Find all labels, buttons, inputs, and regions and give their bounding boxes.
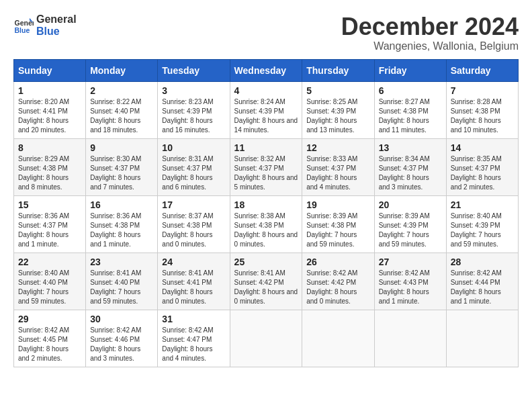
day-info: Sunrise: 8:38 AM Sunset: 4:38 PM Dayligh… <box>234 212 298 249</box>
calendar-cell <box>230 310 302 367</box>
calendar-week-1: 1 Sunrise: 8:20 AM Sunset: 4:41 PM Dayli… <box>14 81 519 138</box>
day-number: 24 <box>162 257 225 267</box>
day-info: Sunrise: 8:24 AM Sunset: 4:39 PM Dayligh… <box>234 97 298 135</box>
day-info: Sunrise: 8:36 AM Sunset: 4:38 PM Dayligh… <box>90 212 153 249</box>
day-number: 23 <box>90 257 153 267</box>
day-info: Sunrise: 8:28 AM Sunset: 4:38 PM Dayligh… <box>451 97 514 135</box>
day-info: Sunrise: 8:42 AM Sunset: 4:47 PM Dayligh… <box>162 326 225 363</box>
day-info: Sunrise: 8:42 AM Sunset: 4:42 PM Dayligh… <box>306 269 369 306</box>
day-number: 15 <box>18 199 81 210</box>
day-info: Sunrise: 8:27 AM Sunset: 4:38 PM Dayligh… <box>379 97 442 135</box>
day-info: Sunrise: 8:37 AM Sunset: 4:38 PM Dayligh… <box>162 212 225 249</box>
day-info: Sunrise: 8:39 AM Sunset: 4:38 PM Dayligh… <box>306 212 369 249</box>
day-info: Sunrise: 8:20 AM Sunset: 4:41 PM Dayligh… <box>18 97 81 135</box>
day-info: Sunrise: 8:41 AM Sunset: 4:41 PM Dayligh… <box>162 269 225 306</box>
day-number: 21 <box>451 199 514 210</box>
logo-general: General <box>36 13 77 26</box>
day-info: Sunrise: 8:42 AM Sunset: 4:45 PM Dayligh… <box>18 326 81 363</box>
title-block: December 2024 Wangenies, Wallonia, Belgi… <box>341 13 519 52</box>
day-number: 8 <box>18 142 81 153</box>
day-number: 12 <box>306 142 369 153</box>
calendar-cell: 2 Sunrise: 8:22 AM Sunset: 4:40 PM Dayli… <box>86 81 158 138</box>
weekday-header-wednesday: Wednesday <box>230 59 302 81</box>
weekday-header-friday: Friday <box>374 59 446 81</box>
calendar-week-3: 15 Sunrise: 8:36 AM Sunset: 4:37 PM Dayl… <box>14 195 519 253</box>
svg-text:Blue: Blue <box>15 26 30 34</box>
day-number: 20 <box>379 199 442 210</box>
day-info: Sunrise: 8:29 AM Sunset: 4:38 PM Dayligh… <box>18 154 81 192</box>
day-number: 22 <box>18 257 81 267</box>
calendar-cell: 12 Sunrise: 8:33 AM Sunset: 4:37 PM Dayl… <box>302 138 374 195</box>
calendar-cell: 14 Sunrise: 8:35 AM Sunset: 4:37 PM Dayl… <box>446 138 518 195</box>
day-number: 19 <box>306 199 369 210</box>
calendar-cell: 30 Sunrise: 8:42 AM Sunset: 4:46 PM Dayl… <box>86 310 158 367</box>
calendar-cell: 29 Sunrise: 8:42 AM Sunset: 4:45 PM Dayl… <box>14 310 86 367</box>
calendar-cell: 27 Sunrise: 8:42 AM Sunset: 4:43 PM Dayl… <box>374 253 446 310</box>
calendar-cell: 4 Sunrise: 8:24 AM Sunset: 4:39 PM Dayli… <box>230 81 302 138</box>
calendar-cell: 9 Sunrise: 8:30 AM Sunset: 4:37 PM Dayli… <box>86 138 158 195</box>
logo-icon: General Blue <box>13 15 34 36</box>
calendar-cell: 1 Sunrise: 8:20 AM Sunset: 4:41 PM Dayli… <box>14 81 86 138</box>
day-number: 1 <box>18 85 81 96</box>
calendar-cell: 17 Sunrise: 8:37 AM Sunset: 4:38 PM Dayl… <box>158 195 230 253</box>
calendar-week-5: 29 Sunrise: 8:42 AM Sunset: 4:45 PM Dayl… <box>14 310 519 367</box>
calendar-cell: 21 Sunrise: 8:40 AM Sunset: 4:39 PM Dayl… <box>446 195 518 253</box>
day-info: Sunrise: 8:36 AM Sunset: 4:37 PM Dayligh… <box>18 212 81 249</box>
calendar-cell: 20 Sunrise: 8:39 AM Sunset: 4:39 PM Dayl… <box>374 195 446 253</box>
page-header: General Blue General Blue December 2024 … <box>13 13 519 52</box>
day-number: 17 <box>162 199 225 210</box>
day-info: Sunrise: 8:40 AM Sunset: 4:39 PM Dayligh… <box>451 212 514 249</box>
day-number: 31 <box>162 314 225 324</box>
calendar-cell: 28 Sunrise: 8:42 AM Sunset: 4:44 PM Dayl… <box>446 253 518 310</box>
weekday-header-monday: Monday <box>86 59 158 81</box>
day-number: 10 <box>162 142 225 153</box>
calendar-cell: 16 Sunrise: 8:36 AM Sunset: 4:38 PM Dayl… <box>86 195 158 253</box>
day-info: Sunrise: 8:39 AM Sunset: 4:39 PM Dayligh… <box>379 212 442 249</box>
logo: General Blue General Blue <box>13 13 77 37</box>
calendar-cell: 24 Sunrise: 8:41 AM Sunset: 4:41 PM Dayl… <box>158 253 230 310</box>
calendar-cell: 13 Sunrise: 8:34 AM Sunset: 4:37 PM Dayl… <box>374 138 446 195</box>
calendar-cell: 23 Sunrise: 8:41 AM Sunset: 4:40 PM Dayl… <box>86 253 158 310</box>
day-info: Sunrise: 8:32 AM Sunset: 4:37 PM Dayligh… <box>234 154 298 192</box>
calendar-table: SundayMondayTuesdayWednesdayThursdayFrid… <box>13 59 519 367</box>
calendar-cell: 31 Sunrise: 8:42 AM Sunset: 4:47 PM Dayl… <box>158 310 230 367</box>
calendar-cell: 6 Sunrise: 8:27 AM Sunset: 4:38 PM Dayli… <box>374 81 446 138</box>
day-number: 6 <box>379 85 442 96</box>
calendar-week-4: 22 Sunrise: 8:40 AM Sunset: 4:40 PM Dayl… <box>14 253 519 310</box>
day-number: 13 <box>379 142 442 153</box>
calendar-cell: 8 Sunrise: 8:29 AM Sunset: 4:38 PM Dayli… <box>14 138 86 195</box>
logo-blue: Blue <box>36 26 77 38</box>
weekday-header-thursday: Thursday <box>302 59 374 81</box>
day-number: 11 <box>234 142 298 153</box>
day-info: Sunrise: 8:34 AM Sunset: 4:37 PM Dayligh… <box>379 154 442 192</box>
calendar-cell <box>374 310 446 367</box>
calendar-cell: 7 Sunrise: 8:28 AM Sunset: 4:38 PM Dayli… <box>446 81 518 138</box>
calendar-cell: 25 Sunrise: 8:41 AM Sunset: 4:42 PM Dayl… <box>230 253 302 310</box>
day-number: 27 <box>379 257 442 267</box>
day-info: Sunrise: 8:42 AM Sunset: 4:46 PM Dayligh… <box>90 326 153 363</box>
day-info: Sunrise: 8:41 AM Sunset: 4:42 PM Dayligh… <box>234 269 298 306</box>
day-info: Sunrise: 8:41 AM Sunset: 4:40 PM Dayligh… <box>90 269 153 306</box>
day-number: 28 <box>451 257 514 267</box>
day-number: 4 <box>234 85 298 96</box>
day-info: Sunrise: 8:23 AM Sunset: 4:39 PM Dayligh… <box>162 97 225 135</box>
day-number: 18 <box>234 199 298 210</box>
day-info: Sunrise: 8:25 AM Sunset: 4:39 PM Dayligh… <box>306 97 369 135</box>
day-number: 5 <box>306 85 369 96</box>
day-number: 7 <box>451 85 514 96</box>
day-number: 25 <box>234 257 298 267</box>
day-number: 2 <box>90 85 153 96</box>
calendar-cell: 15 Sunrise: 8:36 AM Sunset: 4:37 PM Dayl… <box>14 195 86 253</box>
calendar-week-2: 8 Sunrise: 8:29 AM Sunset: 4:38 PM Dayli… <box>14 138 519 195</box>
weekday-header-saturday: Saturday <box>446 59 518 81</box>
calendar-cell: 5 Sunrise: 8:25 AM Sunset: 4:39 PM Dayli… <box>302 81 374 138</box>
day-number: 16 <box>90 199 153 210</box>
month-title: December 2024 <box>341 13 519 40</box>
calendar-cell: 18 Sunrise: 8:38 AM Sunset: 4:38 PM Dayl… <box>230 195 302 253</box>
day-number: 26 <box>306 257 369 267</box>
day-number: 3 <box>162 85 225 96</box>
weekday-header-tuesday: Tuesday <box>158 59 230 81</box>
day-info: Sunrise: 8:31 AM Sunset: 4:37 PM Dayligh… <box>162 154 225 192</box>
calendar-cell: 10 Sunrise: 8:31 AM Sunset: 4:37 PM Dayl… <box>158 138 230 195</box>
day-info: Sunrise: 8:40 AM Sunset: 4:40 PM Dayligh… <box>18 269 81 306</box>
